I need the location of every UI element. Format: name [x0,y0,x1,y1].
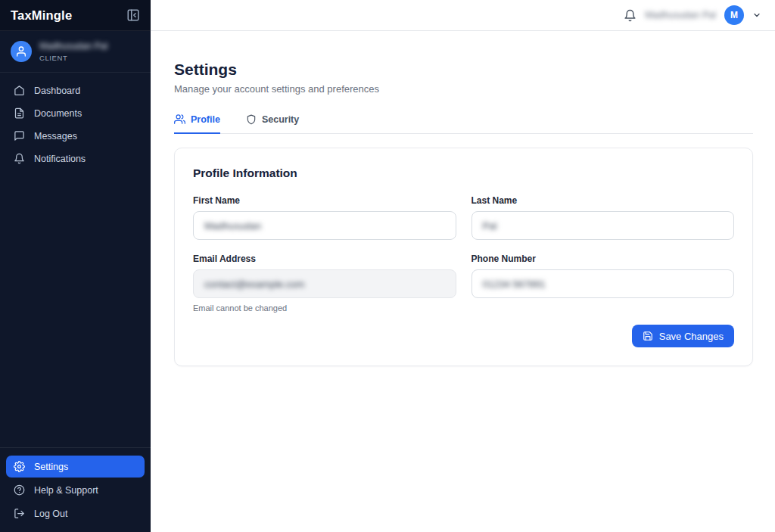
sidebar-spacer [0,176,151,447]
topbar: Madhusudan Pal M [151,0,775,31]
sidebar-item-label: Log Out [34,509,67,519]
sidebar-item-label: Messages [34,131,77,142]
tab-label: Profile [191,114,220,125]
sidebar-item-logout[interactable]: Log Out [6,502,145,524]
phone-value: 01234 567891 [483,278,546,290]
sidebar-item-notifications[interactable]: Notifications [6,148,145,170]
sidebar-user-card: Madhusudan Pal CLIENT [0,31,151,73]
email-helper-text: Email cannot be changed [193,303,456,313]
sidebar: TaxMingle Madhusudan Pal CLIENT Dashboar… [0,0,151,532]
sidebar-item-settings[interactable]: Settings [6,456,145,478]
sidebar-nav: Dashboard Documents Messages Notificatio… [0,73,151,176]
page-subtitle: Manage your account settings and prefere… [174,83,753,95]
sidebar-footer-nav: Settings Help & Support Log Out [0,447,151,532]
first-name-field[interactable]: Madhusudan [193,211,456,240]
first-name-label: First Name [193,195,456,206]
form-actions: Save Changes [193,325,734,347]
sidebar-item-label: Dashboard [34,86,80,96]
tab-label: Security [262,114,299,125]
sidebar-item-label: Help & Support [34,485,98,496]
settings-tabs: Profile Security [174,114,753,134]
last-name-label: Last Name [472,195,735,206]
sidebar-item-messages[interactable]: Messages [6,125,145,147]
sidebar-item-documents[interactable]: Documents [6,102,145,124]
sidebar-item-help-support[interactable]: Help & Support [6,479,145,501]
first-name-group: First Name Madhusudan [193,195,456,240]
logout-icon [14,508,25,519]
gear-icon [14,461,25,472]
sidebar-user-name: Madhusudan Pal [39,41,107,52]
save-changes-button[interactable]: Save Changes [632,325,734,347]
topbar-user-name: Madhusudan Pal [645,10,716,20]
settings-page: Settings Manage your account settings an… [151,31,775,366]
phone-label: Phone Number [472,254,735,264]
sidebar-user-role: CLIENT [39,54,107,62]
phone-field[interactable]: 01234 567891 [472,269,735,298]
email-field: contact@example.com [193,269,456,298]
save-button-label: Save Changes [659,331,724,342]
page-title: Settings [174,61,753,79]
home-icon [14,85,25,96]
card-title: Profile Information [193,166,734,180]
profile-form: First Name Madhusudan Last Name Pal Emai… [193,195,734,313]
shield-icon [246,114,257,125]
help-icon [14,484,25,496]
phone-group: Phone Number 01234 567891 [472,254,735,313]
email-group: Email Address contact@example.com Email … [193,254,456,313]
tab-profile[interactable]: Profile [174,114,220,134]
last-name-field[interactable]: Pal [472,211,735,240]
first-name-value: Madhusudan [204,220,261,232]
document-icon [14,107,25,119]
user-avatar-icon [11,41,32,62]
profile-information-card: Profile Information First Name Madhusuda… [174,148,753,366]
users-icon [174,114,185,125]
last-name-group: Last Name Pal [472,195,735,240]
email-value: contact@example.com [204,278,304,290]
email-label: Email Address [193,254,456,264]
sidebar-header: TaxMingle [0,0,151,31]
bell-icon [14,153,25,164]
tab-security[interactable]: Security [246,114,299,134]
save-icon [643,331,653,341]
sidebar-item-label: Notifications [34,154,86,164]
sidebar-item-dashboard[interactable]: Dashboard [6,79,145,101]
chevron-down-icon[interactable] [752,11,761,20]
sidebar-item-label: Documents [34,108,82,119]
sidebar-collapse-icon[interactable] [126,8,140,22]
app-logo: TaxMingle [11,8,72,23]
topbar-avatar[interactable]: M [724,5,744,25]
main-area: Madhusudan Pal M Settings Manage your ac… [151,0,775,532]
sidebar-item-label: Settings [34,462,68,472]
message-icon [14,130,25,142]
notifications-bell-icon[interactable] [624,9,636,22]
last-name-value: Pal [483,220,497,232]
